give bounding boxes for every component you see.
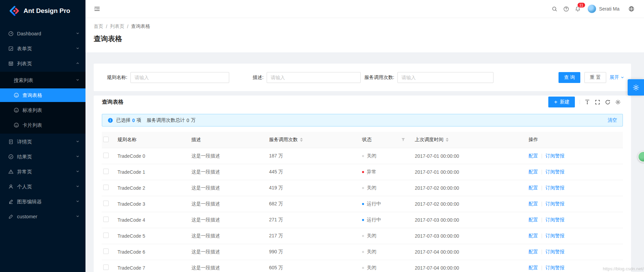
column-header-call-count[interactable]: 服务调用次数 xyxy=(269,132,362,148)
row-checkbox[interactable] xyxy=(103,185,109,190)
cell-last-schedule: 2017-07-02 00:00:00 xyxy=(415,196,529,212)
subscribe-alert-link[interactable]: 订阅警报 xyxy=(546,265,565,270)
row-checkbox[interactable] xyxy=(103,265,109,270)
sorter-icon[interactable] xyxy=(446,138,449,142)
query-button[interactable]: 查 询 xyxy=(559,72,580,83)
table-row: TradeCode 2 这是一段描述 419 万 关闭 2017-07-02 0… xyxy=(102,180,623,196)
sidebar-item-search-list[interactable]: 搜索列表 xyxy=(0,73,85,87)
status-badge: 关闭 xyxy=(367,249,376,255)
notification-badge: 11 xyxy=(577,2,585,8)
sidebar-item-label: 查询表格 xyxy=(22,92,42,99)
sidebar-item-label: 异常页 xyxy=(17,169,32,175)
call-count-label: 服务调用次数: xyxy=(364,74,394,81)
sidebar-item-account[interactable]: 个人页 xyxy=(0,180,85,193)
configure-link[interactable]: 配置 xyxy=(529,201,538,206)
configure-link[interactable]: 配置 xyxy=(529,169,538,174)
user-avatar[interactable] xyxy=(587,4,596,13)
rule-name-label: 规则名称: xyxy=(107,74,127,81)
user-name[interactable]: Serati Ma xyxy=(599,6,619,12)
subscribe-alert-link[interactable]: 订阅警报 xyxy=(546,169,565,174)
search-icon[interactable] xyxy=(549,3,560,15)
search-form: 规则名称: 描述: 服务调用次数: 查 询 重 置 展开 xyxy=(94,64,631,91)
configure-link[interactable]: 配置 xyxy=(529,249,538,254)
configure-link[interactable]: 配置 xyxy=(529,217,538,222)
chevron-down-icon xyxy=(76,199,80,203)
cell-rule-name: TradeCode 0 xyxy=(117,148,191,164)
sidebar-item-query-table[interactable]: 查询表格 xyxy=(0,88,85,102)
sidebar-item-exception[interactable]: 异常页 xyxy=(0,165,85,178)
chevron-down-icon xyxy=(76,78,80,82)
op-divider: | xyxy=(541,153,543,158)
chevron-up-icon xyxy=(76,61,80,65)
chevron-down-icon xyxy=(76,139,80,143)
reload-icon[interactable] xyxy=(602,97,613,107)
row-checkbox[interactable] xyxy=(103,249,109,254)
configure-link[interactable]: 配置 xyxy=(529,265,538,270)
brand[interactable]: Ant Design Pro xyxy=(0,0,85,22)
cell-call-count: 990 万 xyxy=(269,244,362,260)
select-all-checkbox[interactable] xyxy=(103,137,109,142)
row-checkbox[interactable] xyxy=(103,201,109,206)
globe-icon[interactable] xyxy=(626,3,637,15)
sidebar-item-dashboard[interactable]: Dashboard xyxy=(0,27,85,40)
chevron-down-icon xyxy=(76,169,80,173)
configure-link[interactable]: 配置 xyxy=(529,153,538,158)
menu-fold-icon[interactable] xyxy=(94,5,100,12)
sidebar-menu: Dashboard 表单页 列表页 搜索列表 xyxy=(0,27,85,223)
content-area: 规则名称: 描述: 服务调用次数: 查 询 重 置 展开 xyxy=(85,52,644,272)
rule-name-input[interactable] xyxy=(130,72,229,83)
top-header: 11 Serati Ma xyxy=(85,0,644,18)
breadcrumb-home[interactable]: 首页 xyxy=(94,23,103,30)
profile-icon xyxy=(8,139,14,144)
row-checkbox[interactable] xyxy=(103,233,109,238)
density-icon[interactable] xyxy=(582,97,592,107)
highlight-icon xyxy=(8,199,14,204)
row-checkbox[interactable] xyxy=(103,153,109,158)
notification-bell-icon[interactable]: 11 xyxy=(572,3,583,15)
sidebar-item-lists[interactable]: 列表页 xyxy=(0,57,85,70)
sidebar-item-profile[interactable]: 详情页 xyxy=(0,135,85,149)
sidebar-item-card-list[interactable]: 卡片列表 xyxy=(0,118,85,132)
configure-link[interactable]: 配置 xyxy=(529,233,538,238)
clear-selection-link[interactable]: 清空 xyxy=(608,117,617,123)
sidebar-item-label: customer xyxy=(17,214,37,219)
column-header-last-schedule[interactable]: 上次调度时间 xyxy=(415,132,529,148)
expand-link[interactable]: 展开 xyxy=(610,74,624,81)
sorter-icon[interactable] xyxy=(300,138,303,142)
subscribe-alert-link[interactable]: 订阅警报 xyxy=(546,153,565,158)
subscribe-alert-link[interactable]: 订阅警报 xyxy=(546,233,565,238)
sidebar-item-result[interactable]: 结果页 xyxy=(0,150,85,164)
cell-last-schedule: 2017-07-03 00:00:00 xyxy=(415,228,529,244)
reset-button[interactable]: 重 置 xyxy=(584,72,606,83)
table-row: TradeCode 5 这是一段描述 217 万 关闭 2017-07-03 0… xyxy=(102,228,623,244)
subscribe-alert-link[interactable]: 订阅警报 xyxy=(546,249,565,254)
status-dot xyxy=(362,219,364,221)
subscribe-alert-link[interactable]: 订阅警报 xyxy=(546,217,565,222)
new-button[interactable]: 新建 xyxy=(548,97,575,107)
subscribe-alert-link[interactable]: 订阅警报 xyxy=(546,201,565,206)
settings-gear-icon[interactable] xyxy=(613,97,623,107)
setting-drawer-button[interactable] xyxy=(628,79,644,96)
breadcrumb-list-page[interactable]: 列表页 xyxy=(110,23,124,30)
filter-funnel-icon[interactable] xyxy=(401,138,405,142)
configure-link[interactable]: 配置 xyxy=(529,185,538,190)
subscribe-alert-link[interactable]: 订阅警报 xyxy=(546,185,565,190)
row-checkbox[interactable] xyxy=(103,217,109,222)
fullscreen-icon[interactable] xyxy=(592,97,602,107)
question-circle-icon[interactable] xyxy=(560,3,572,15)
table-card: 查询表格 新建 xyxy=(94,96,631,272)
row-checkbox[interactable] xyxy=(103,169,109,174)
smile-icon xyxy=(14,122,19,128)
cell-call-count: 217 万 xyxy=(269,228,362,244)
form-item-call-count: 服务调用次数: xyxy=(364,72,493,83)
status-dot xyxy=(362,171,364,173)
sidebar-item-graph-editor[interactable]: 图形编辑器 xyxy=(0,195,85,208)
sidebar-item-forms[interactable]: 表单页 xyxy=(0,42,85,55)
call-count-input[interactable] xyxy=(397,72,493,83)
chevron-down-icon xyxy=(76,214,80,218)
sidebar-item-customer[interactable]: customer xyxy=(0,210,85,223)
cell-call-count: 445 万 xyxy=(269,164,362,180)
sidebar-item-standard-list[interactable]: 标准列表 xyxy=(0,103,85,117)
description-input[interactable] xyxy=(267,72,361,83)
cell-last-schedule: 2017-07-03 00:00:00 xyxy=(415,212,529,228)
